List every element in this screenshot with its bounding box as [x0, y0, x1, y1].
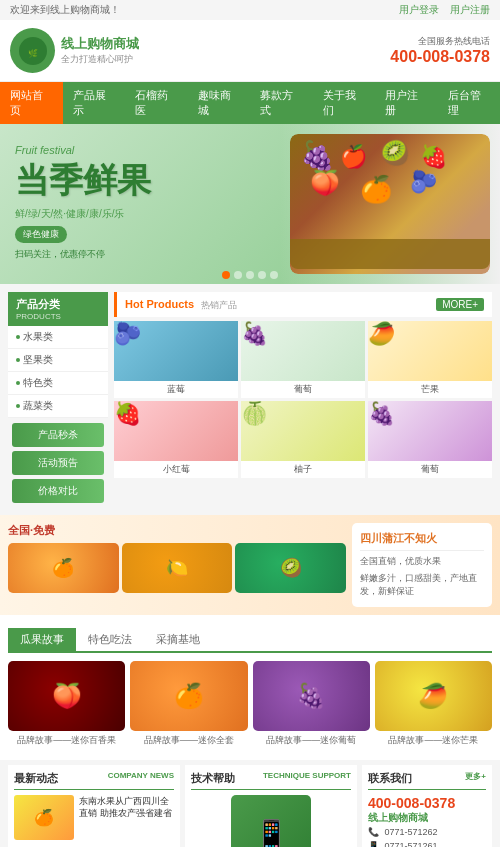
tabs-section: 瓜果故事 特色吃法 采摘基地 🍑 品牌故事——迷你百香果 🍊 品牌故事——迷你全… — [0, 620, 500, 755]
nav-item-home[interactable]: 网站首页 — [0, 82, 63, 124]
banner2-label: 全国·免费 — [8, 523, 346, 538]
sidebar-title: 产品分类 PRODUCTS — [8, 292, 108, 326]
hotline-number: 400-008-0378 — [390, 48, 490, 66]
sidebar-item-fruits[interactable]: 水果类 — [8, 326, 108, 349]
product-card-strawberry[interactable]: 🍓 小红莓 — [114, 401, 238, 478]
news-column: 最新动态 COMPANY NEWS 🍊 东南水果从广西四川全直销 助推农产强省建… — [8, 765, 180, 848]
hotline-label: 全国服务热线电话 — [390, 35, 490, 48]
tech-title: 技术帮助 TECHNIQUE SUPPORT — [191, 771, 351, 790]
nav-item-admin[interactable]: 后台管理 — [438, 82, 501, 124]
product-name: 葡萄 — [241, 381, 365, 398]
tech-image: 📱 — [231, 795, 311, 848]
products-area: Hot Products 热销产品 MORE+ 🫐 蓝莓 🍇 葡萄 🥭 — [114, 292, 492, 507]
register-link[interactable]: 用户注册 — [450, 4, 490, 15]
banner-title: 当季鲜果 — [15, 158, 151, 204]
header: 🌿 线上购物商城 全力打造精心呵护 全国服务热线电话 400-008-0378 — [0, 20, 500, 82]
product-img: 🍇 — [368, 401, 492, 461]
sidebar-btn-activity[interactable]: 活动预告 — [12, 451, 104, 475]
top-bar: 欢迎来到线上购物商城！ 用户登录 用户注册 — [0, 0, 500, 20]
product-card-grape2[interactable]: 🍇 葡萄 — [368, 401, 492, 478]
logo-text-area: 线上购物商城 全力打造精心呵护 — [61, 35, 139, 66]
tech-content: 📱 扫码关注获取技术帮助 — [191, 795, 351, 848]
banner2-fruits: 🍊 🍋 🥝 — [8, 543, 346, 593]
product-card-blueberry[interactable]: 🫐 蓝莓 — [114, 321, 238, 398]
sidebar-item-vegetables[interactable]: 蔬菜类 — [8, 395, 108, 418]
banner-dots — [222, 271, 278, 279]
logo-icon: 🌿 — [10, 28, 55, 73]
contact-more[interactable]: 更多+ — [465, 771, 486, 786]
nav-item-medicine[interactable]: 石榴药医 — [125, 82, 188, 124]
product-name: 葡萄 — [368, 461, 492, 478]
products-more-btn[interactable]: MORE+ — [436, 298, 484, 311]
sidebar-btn-sale[interactable]: 产品秒杀 — [12, 423, 104, 447]
category-section: 产品分类 PRODUCTS 水果类 坚果类 特色类 蔬菜类 — [8, 292, 108, 418]
story-name-3: 品牌故事——迷你葡萄 — [253, 734, 370, 747]
top-bar-left: 欢迎来到线上购物商城！ — [10, 3, 128, 17]
sidebar-btn-compare[interactable]: 价格对比 — [12, 479, 104, 503]
product-card-mango[interactable]: 🥭 芒果 — [368, 321, 492, 398]
svg-text:🌿: 🌿 — [28, 48, 38, 58]
sidebar: 产品分类 PRODUCTS 水果类 坚果类 特色类 蔬菜类 产品秒杀 活动预告 … — [8, 292, 108, 507]
story-name-2: 品牌故事——迷你全套 — [130, 734, 247, 747]
main-banner: Fruit festival 当季鲜果 鲜/绿/天/然·健康/康/乐/乐 绿色健… — [0, 124, 500, 284]
login-link[interactable]: 用户登录 — [399, 4, 439, 15]
story-img-3: 🍇 — [253, 661, 370, 731]
nav-item-donate[interactable]: 募款方式 — [250, 82, 313, 124]
dot-4[interactable] — [258, 271, 266, 279]
dot-icon — [16, 381, 20, 385]
story-card-4[interactable]: 🥭 品牌故事——迷你芒果 — [375, 661, 492, 747]
news-title: 最新动态 COMPANY NEWS — [14, 771, 174, 790]
news-main: 🍊 东南水果从广西四川全直销 助推农产强省建省 — [14, 795, 174, 840]
banner-image: 🍇 🍎 🥝 🍓 🍑 🍊 🫐 — [280, 124, 500, 284]
product-img: 🫐 — [114, 321, 238, 381]
story-card-2[interactable]: 🍊 品牌故事——迷你全套 — [130, 661, 247, 747]
tab-cooking[interactable]: 特色吃法 — [76, 628, 144, 651]
product-img: 🥭 — [368, 321, 492, 381]
banner2-right-text: 全国直销，优质水果 鲜嫩多汁，口感甜美，产地直发，新鲜保证 — [360, 555, 484, 599]
contact-name: 线上购物商城 — [368, 811, 486, 825]
bottom-section: 最新动态 COMPANY NEWS 🍊 东南水果从广西四川全直销 助推农产强省建… — [0, 760, 500, 848]
banner-festival: Fruit festival — [15, 144, 151, 156]
nav-item-products[interactable]: 产品展示 — [63, 82, 126, 124]
product-name: 蓝莓 — [114, 381, 238, 398]
logo-area: 🌿 线上购物商城 全力打造精心呵护 — [10, 28, 139, 73]
top-bar-right: 用户登录 用户注册 — [391, 3, 490, 17]
story-img-1: 🍑 — [8, 661, 125, 731]
contact-phone: 400-008-0378 — [368, 795, 486, 811]
tech-column: 技术帮助 TECHNIQUE SUPPORT 📱 扫码关注获取技术帮助 — [185, 765, 357, 848]
dot-3[interactable] — [246, 271, 254, 279]
dot-5[interactable] — [270, 271, 278, 279]
story-img-4: 🥭 — [375, 661, 492, 731]
nav-item-mall[interactable]: 趣味商城 — [188, 82, 251, 124]
nav-item-about[interactable]: 关于我们 — [313, 82, 376, 124]
story-img-2: 🍊 — [130, 661, 247, 731]
dot-icon — [16, 404, 20, 408]
product-card-pomelo[interactable]: 🍈 柚子 — [241, 401, 365, 478]
contact-tel: 📞 0771-571262 — [368, 825, 486, 839]
banner2-fruit-orange: 🍊 — [8, 543, 119, 593]
mobile-icon: 📱 — [368, 841, 379, 848]
banner-text-area: Fruit festival 当季鲜果 鲜/绿/天/然·健康/康/乐/乐 绿色健… — [15, 144, 151, 261]
stories-grid: 🍑 品牌故事——迷你百香果 🍊 品牌故事——迷你全套 🍇 品牌故事——迷你葡萄 … — [8, 661, 492, 747]
story-card-3[interactable]: 🍇 品牌故事——迷你葡萄 — [253, 661, 370, 747]
story-name-4: 品牌故事——迷你芒果 — [375, 734, 492, 747]
tabs-header: 瓜果故事 特色吃法 采摘基地 — [8, 628, 492, 653]
logo-subtitle: 全力打造精心呵护 — [61, 53, 139, 66]
banner2-left: 全国·免费 🍊 🍋 🥝 — [8, 523, 346, 607]
product-card-grape[interactable]: 🍇 葡萄 — [241, 321, 365, 398]
banner2-fruit-citrus: 🍋 — [122, 543, 233, 593]
dot-2[interactable] — [234, 271, 242, 279]
dot-1[interactable] — [222, 271, 230, 279]
logo-title: 线上购物商城 — [61, 35, 139, 53]
tab-stories[interactable]: 瓜果故事 — [8, 628, 76, 651]
sidebar-item-special[interactable]: 特色类 — [8, 372, 108, 395]
banner2-right: 四川蒲江不知火 全国直销，优质水果 鲜嫩多汁，口感甜美，产地直发，新鲜保证 — [352, 523, 492, 607]
tab-base[interactable]: 采摘基地 — [144, 628, 212, 651]
product-name: 柚子 — [241, 461, 365, 478]
product-name: 小红莓 — [114, 461, 238, 478]
banner-tag: 绿色健康 — [15, 226, 67, 243]
sidebar-item-nuts[interactable]: 坚果类 — [8, 349, 108, 372]
nav-item-register[interactable]: 用户注册 — [375, 82, 438, 124]
products-header: Hot Products 热销产品 MORE+ — [114, 292, 492, 317]
story-card-1[interactable]: 🍑 品牌故事——迷你百香果 — [8, 661, 125, 747]
